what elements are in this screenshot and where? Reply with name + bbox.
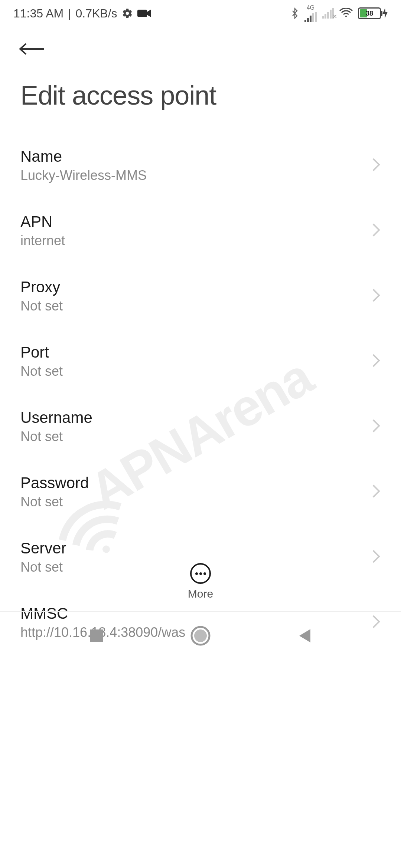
- setting-value: Not set: [20, 429, 92, 444]
- status-left: 11:35 AM | 0.7KB/s: [13, 7, 151, 20]
- wifi-icon: [339, 8, 353, 19]
- setting-item-password[interactable]: Password Not set: [0, 459, 401, 525]
- nav-home-button[interactable]: [190, 625, 211, 646]
- video-camera-icon: [137, 9, 151, 18]
- chevron-right-icon: [372, 288, 381, 304]
- more-label: More: [188, 588, 213, 600]
- gear-icon: [122, 8, 133, 19]
- setting-item-username[interactable]: Username Not set: [0, 394, 401, 459]
- svg-point-3: [194, 629, 207, 642]
- setting-label: APN: [20, 213, 65, 231]
- nav-back-button[interactable]: [294, 625, 315, 646]
- setting-item-name[interactable]: Name Lucky-Wireless-MMS: [0, 133, 401, 198]
- navigation-bar: [0, 611, 401, 660]
- svg-rect-1: [90, 629, 103, 642]
- svg-rect-0: [137, 10, 147, 17]
- bluetooth-icon: [290, 7, 299, 20]
- status-data-rate: 0.7KB/s: [76, 7, 117, 20]
- setting-label: Name: [20, 148, 147, 165]
- signal-1-group: 4G: [304, 4, 317, 22]
- setting-value: Not set: [20, 298, 63, 314]
- back-button[interactable]: [0, 27, 401, 69]
- setting-label: Proxy: [20, 278, 63, 296]
- battery-group: 38: [358, 7, 388, 19]
- setting-value: Lucky-Wireless-MMS: [20, 168, 147, 183]
- status-separator: |: [68, 7, 71, 20]
- network-type-label: 4G: [307, 4, 314, 11]
- setting-item-proxy[interactable]: Proxy Not set: [0, 263, 401, 329]
- chevron-right-icon: [372, 484, 381, 500]
- setting-label: Port: [20, 343, 63, 361]
- signal-bars-1: [304, 12, 317, 22]
- setting-label: Username: [20, 409, 92, 427]
- setting-label: Server: [20, 539, 66, 557]
- status-bar: 11:35 AM | 0.7KB/s 4G: [0, 0, 401, 27]
- page-title: Edit access point: [0, 69, 401, 133]
- more-button[interactable]: [190, 563, 211, 584]
- status-right: 4G ✕: [290, 4, 388, 22]
- setting-label: Password: [20, 474, 89, 492]
- setting-value: internet: [20, 233, 65, 249]
- setting-item-port[interactable]: Port Not set: [0, 329, 401, 394]
- chevron-right-icon: [372, 223, 381, 239]
- nav-recents-button[interactable]: [86, 625, 107, 646]
- signal-bars-2: ✕: [322, 8, 334, 19]
- status-time: 11:35 AM: [13, 7, 63, 20]
- chevron-right-icon: [372, 353, 381, 369]
- battery-level: 38: [366, 10, 373, 17]
- chevron-right-icon: [372, 418, 381, 435]
- battery-icon: 38: [358, 7, 381, 19]
- chevron-right-icon: [372, 157, 381, 174]
- charging-icon: [382, 8, 388, 19]
- setting-value: Not set: [20, 364, 63, 379]
- setting-value: Not set: [20, 494, 89, 510]
- bottom-menu: More: [0, 556, 401, 608]
- setting-item-apn[interactable]: APN internet: [0, 198, 401, 263]
